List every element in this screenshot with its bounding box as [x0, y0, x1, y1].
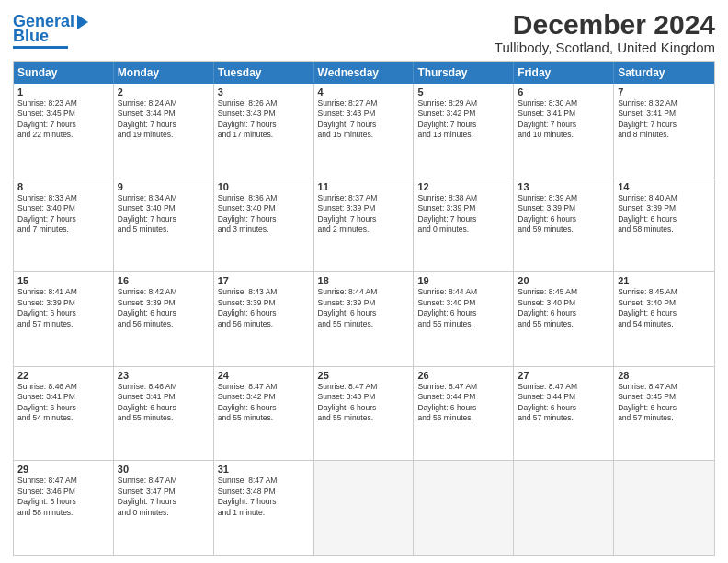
cal-header-cell: Friday: [514, 62, 614, 84]
day-number: 23: [118, 370, 210, 381]
table-row: 30Sunrise: 8:47 AMSunset: 3:47 PMDayligh…: [114, 461, 214, 555]
table-row: 2Sunrise: 8:24 AMSunset: 3:44 PMDaylight…: [114, 84, 214, 178]
logo-text-blue: Blue: [13, 28, 49, 44]
title-block: December 2024 Tullibody, Scotland, Unite…: [495, 9, 715, 55]
day-number: 12: [417, 181, 509, 192]
day-info: Sunrise: 8:32 AMSunset: 3:41 PMDaylight:…: [618, 98, 711, 141]
day-info: Sunrise: 8:47 AMSunset: 3:44 PMDaylight:…: [518, 382, 609, 424]
calendar-row: 29Sunrise: 8:47 AMSunset: 3:46 PMDayligh…: [14, 460, 714, 555]
table-row: 25Sunrise: 8:47 AMSunset: 3:43 PMDayligh…: [314, 367, 415, 461]
day-info: Sunrise: 8:29 AMSunset: 3:42 PMDaylight:…: [417, 98, 509, 141]
table-row: 20Sunrise: 8:45 AMSunset: 3:40 PMDayligh…: [514, 272, 614, 366]
cal-header-cell: Tuesday: [214, 62, 314, 84]
day-info: Sunrise: 8:24 AMSunset: 3:44 PMDaylight:…: [118, 98, 210, 141]
day-number: 27: [518, 370, 609, 381]
day-info: Sunrise: 8:40 AMSunset: 3:39 PMDaylight:…: [618, 193, 711, 236]
table-row: 22Sunrise: 8:46 AMSunset: 3:41 PMDayligh…: [14, 367, 114, 461]
table-row: 8Sunrise: 8:33 AMSunset: 3:40 PMDaylight…: [14, 178, 114, 272]
day-info: Sunrise: 8:34 AMSunset: 3:40 PMDaylight:…: [118, 193, 210, 236]
table-row: [514, 461, 614, 555]
day-number: 28: [618, 370, 711, 381]
day-info: Sunrise: 8:36 AMSunset: 3:40 PMDaylight:…: [218, 193, 310, 236]
table-row: 26Sunrise: 8:47 AMSunset: 3:44 PMDayligh…: [414, 367, 514, 461]
day-number: 30: [118, 464, 210, 475]
day-info: Sunrise: 8:33 AMSunset: 3:40 PMDaylight:…: [17, 193, 109, 236]
day-info: Sunrise: 8:27 AMSunset: 3:43 PMDaylight:…: [318, 98, 410, 141]
calendar-body: 1Sunrise: 8:23 AMSunset: 3:45 PMDaylight…: [14, 84, 714, 555]
day-number: 1: [17, 86, 109, 98]
day-info: Sunrise: 8:47 AMSunset: 3:42 PMDaylight:…: [218, 382, 310, 424]
day-number: 14: [618, 181, 711, 192]
day-info: Sunrise: 8:46 AMSunset: 3:41 PMDaylight:…: [118, 382, 210, 424]
logo-arrow-icon: [77, 15, 88, 29]
day-number: 2: [118, 86, 210, 98]
table-row: 10Sunrise: 8:36 AMSunset: 3:40 PMDayligh…: [214, 178, 314, 272]
day-info: Sunrise: 8:47 AMSunset: 3:46 PMDaylight:…: [17, 476, 109, 518]
day-info: Sunrise: 8:38 AMSunset: 3:39 PMDaylight:…: [417, 193, 509, 236]
location-title: Tullibody, Scotland, United Kingdom: [495, 40, 715, 55]
table-row: 18Sunrise: 8:44 AMSunset: 3:39 PMDayligh…: [314, 272, 415, 366]
table-row: [414, 461, 514, 555]
table-row: 19Sunrise: 8:44 AMSunset: 3:40 PMDayligh…: [414, 272, 514, 366]
day-info: Sunrise: 8:39 AMSunset: 3:39 PMDaylight:…: [518, 193, 609, 236]
cal-header-cell: Monday: [114, 62, 214, 84]
table-row: 16Sunrise: 8:42 AMSunset: 3:39 PMDayligh…: [114, 272, 214, 366]
day-info: Sunrise: 8:45 AMSunset: 3:40 PMDaylight:…: [618, 287, 711, 329]
table-row: 24Sunrise: 8:47 AMSunset: 3:42 PMDayligh…: [214, 367, 314, 461]
calendar-row: 1Sunrise: 8:23 AMSunset: 3:45 PMDaylight…: [14, 84, 714, 178]
day-info: Sunrise: 8:47 AMSunset: 3:48 PMDaylight:…: [218, 476, 310, 518]
table-row: 31Sunrise: 8:47 AMSunset: 3:48 PMDayligh…: [214, 461, 314, 555]
day-info: Sunrise: 8:46 AMSunset: 3:41 PMDaylight:…: [17, 382, 109, 424]
calendar-header: SundayMondayTuesdayWednesdayThursdayFrid…: [14, 62, 714, 84]
table-row: 9Sunrise: 8:34 AMSunset: 3:40 PMDaylight…: [114, 178, 214, 272]
day-number: 29: [17, 464, 109, 475]
table-row: 1Sunrise: 8:23 AMSunset: 3:45 PMDaylight…: [14, 84, 114, 178]
day-number: 18: [318, 275, 410, 286]
cal-header-cell: Wednesday: [314, 62, 415, 84]
day-info: Sunrise: 8:47 AMSunset: 3:44 PMDaylight:…: [417, 382, 509, 424]
table-row: 12Sunrise: 8:38 AMSunset: 3:39 PMDayligh…: [414, 178, 514, 272]
table-row: 3Sunrise: 8:26 AMSunset: 3:43 PMDaylight…: [214, 84, 314, 178]
day-info: Sunrise: 8:44 AMSunset: 3:40 PMDaylight:…: [417, 287, 509, 329]
page: General Blue December 2024 Tullibody, Sc…: [0, 0, 728, 563]
table-row: [314, 461, 415, 555]
day-number: 4: [318, 86, 410, 98]
calendar: SundayMondayTuesdayWednesdayThursdayFrid…: [13, 61, 715, 556]
calendar-row: 8Sunrise: 8:33 AMSunset: 3:40 PMDaylight…: [14, 178, 714, 272]
day-info: Sunrise: 8:30 AMSunset: 3:41 PMDaylight:…: [518, 98, 609, 141]
day-number: 5: [417, 86, 509, 98]
table-row: 7Sunrise: 8:32 AMSunset: 3:41 PMDaylight…: [614, 84, 714, 178]
table-row: 5Sunrise: 8:29 AMSunset: 3:42 PMDaylight…: [414, 84, 514, 178]
table-row: 27Sunrise: 8:47 AMSunset: 3:44 PMDayligh…: [514, 367, 614, 461]
day-info: Sunrise: 8:47 AMSunset: 3:45 PMDaylight:…: [618, 382, 711, 424]
table-row: 11Sunrise: 8:37 AMSunset: 3:39 PMDayligh…: [314, 178, 415, 272]
day-info: Sunrise: 8:43 AMSunset: 3:39 PMDaylight:…: [218, 287, 310, 329]
month-title: December 2024: [495, 9, 715, 40]
cal-header-cell: Sunday: [14, 62, 114, 84]
cal-header-cell: Saturday: [614, 62, 714, 84]
day-info: Sunrise: 8:47 AMSunset: 3:43 PMDaylight:…: [318, 382, 410, 424]
day-number: 11: [318, 181, 410, 192]
day-number: 15: [17, 275, 109, 286]
table-row: 28Sunrise: 8:47 AMSunset: 3:45 PMDayligh…: [614, 367, 714, 461]
day-number: 13: [518, 181, 609, 192]
table-row: 23Sunrise: 8:46 AMSunset: 3:41 PMDayligh…: [114, 367, 214, 461]
day-info: Sunrise: 8:23 AMSunset: 3:45 PMDaylight:…: [17, 98, 109, 141]
day-number: 8: [17, 181, 109, 192]
day-info: Sunrise: 8:41 AMSunset: 3:39 PMDaylight:…: [17, 287, 109, 329]
day-number: 26: [417, 370, 509, 381]
table-row: 13Sunrise: 8:39 AMSunset: 3:39 PMDayligh…: [514, 178, 614, 272]
table-row: 15Sunrise: 8:41 AMSunset: 3:39 PMDayligh…: [14, 272, 114, 366]
table-row: 4Sunrise: 8:27 AMSunset: 3:43 PMDaylight…: [314, 84, 415, 178]
day-number: 25: [318, 370, 410, 381]
header: General Blue December 2024 Tullibody, Sc…: [13, 9, 715, 55]
day-number: 6: [518, 86, 609, 98]
day-number: 9: [118, 181, 210, 192]
day-info: Sunrise: 8:45 AMSunset: 3:40 PMDaylight:…: [518, 287, 609, 329]
day-number: 3: [218, 86, 310, 98]
day-number: 20: [518, 275, 609, 286]
day-info: Sunrise: 8:37 AMSunset: 3:39 PMDaylight:…: [318, 193, 410, 236]
calendar-row: 22Sunrise: 8:46 AMSunset: 3:41 PMDayligh…: [14, 366, 714, 461]
day-number: 31: [218, 464, 310, 475]
table-row: 21Sunrise: 8:45 AMSunset: 3:40 PMDayligh…: [614, 272, 714, 366]
